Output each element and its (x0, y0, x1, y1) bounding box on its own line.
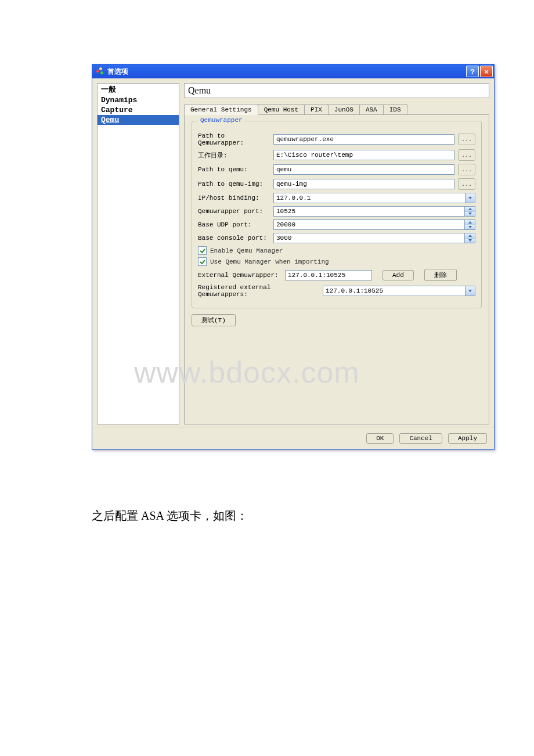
path-qemu-label: Path to qemu: (198, 166, 273, 173)
tab-pix[interactable]: PIX (304, 104, 329, 114)
workdir-input[interactable] (273, 150, 454, 160)
path-qemu-input[interactable] (273, 164, 454, 175)
preferences-dialog: www.bdocx.com 首选项 ? × 一般 Dynamips Captur… (92, 64, 495, 450)
enable-qemu-manager-label: Enable Qemu Manager (210, 247, 283, 254)
chevron-up-icon (468, 235, 472, 237)
external-qemuwrapper-label: External Qemuwrapper: (198, 272, 285, 279)
document-caption: 之后配置 ASA 选项卡，如图： (92, 508, 534, 524)
group-title: Qemuwrapper (198, 117, 245, 124)
window-title: 首选项 (107, 67, 128, 77)
qemuwrapper-group: Qemuwrapper Path to Qemuwrapper: ... 工作目… (192, 121, 482, 308)
category-sidebar: 一般 Dynamips Capture Qemu (97, 83, 179, 424)
check-icon (200, 259, 205, 265)
tab-asa[interactable]: ASA (359, 104, 384, 114)
registered-input[interactable] (323, 286, 465, 296)
close-button[interactable]: × (480, 66, 493, 77)
path-qemuwrapper-label: Path to Qemuwrapper: (198, 132, 273, 146)
baseconsole-label: Base console port: (198, 235, 273, 242)
app-icon (96, 67, 104, 75)
titlebar: 首选项 ? × (92, 64, 494, 78)
tab-qemu-host[interactable]: Qemu Host (258, 104, 305, 114)
baseudp-label: Base UDP port: (198, 221, 273, 228)
tab-ids[interactable]: IDS (383, 104, 407, 114)
ipbind-input[interactable] (273, 193, 465, 203)
registered-label: Registered external Qemuwrappers: (198, 284, 323, 298)
browse-qemuwrapper-button[interactable]: ... (458, 134, 475, 145)
use-qemu-manager-import-label: Use Qemu Manager when importing (210, 258, 329, 265)
baseudp-spinner[interactable] (465, 219, 475, 230)
path-qemuwrapper-input[interactable] (273, 134, 454, 145)
wrapperport-input[interactable] (273, 206, 465, 217)
help-button[interactable]: ? (466, 66, 479, 77)
registered-dropdown-button[interactable] (465, 286, 475, 296)
test-button-label: 测试(T) (201, 317, 226, 324)
use-qemu-manager-import-checkbox[interactable] (198, 257, 207, 266)
browse-workdir-button[interactable]: ... (458, 149, 475, 161)
browse-qemuimg-button[interactable]: ... (458, 178, 475, 190)
qemu-tabs: General Settings Qemu Host PIX JunOS ASA… (184, 104, 489, 114)
ipbind-dropdown-button[interactable] (465, 193, 475, 203)
chevron-down-icon (468, 289, 472, 293)
chevron-up-icon (468, 221, 472, 224)
sidebar-item-qemu[interactable]: Qemu (98, 115, 179, 125)
delete-button[interactable]: 删除 (424, 269, 457, 281)
baseconsole-spinner[interactable] (465, 233, 475, 243)
apply-button[interactable]: Apply (448, 433, 487, 444)
tab-general-settings[interactable]: General Settings (184, 104, 258, 115)
dialog-footer: OK Cancel Apply (92, 427, 494, 449)
general-settings-panel: Qemuwrapper Path to Qemuwrapper: ... 工作目… (184, 114, 489, 424)
check-icon (200, 248, 205, 254)
chevron-down-icon (468, 196, 472, 200)
ipbind-label: IP/host binding: (198, 195, 273, 201)
baseconsole-input[interactable] (273, 233, 465, 243)
chevron-down-icon (468, 239, 472, 242)
test-button[interactable]: 测试(T) (192, 314, 236, 326)
chevron-down-icon (468, 226, 472, 228)
wrapperport-spinner[interactable] (465, 206, 475, 217)
browse-qemu-button[interactable]: ... (458, 164, 475, 175)
sidebar-item-dynamips[interactable]: Dynamips (98, 95, 179, 105)
chevron-up-icon (468, 208, 472, 210)
page-title: Qemu (184, 83, 489, 98)
add-button[interactable]: Add (383, 270, 414, 280)
chevron-down-icon (468, 213, 472, 215)
sidebar-item-general[interactable]: 一般 (98, 84, 179, 95)
external-qemuwrapper-input[interactable] (285, 270, 372, 280)
cancel-button[interactable]: Cancel (399, 433, 442, 444)
tab-junos[interactable]: JunOS (328, 104, 360, 114)
ok-button[interactable]: OK (366, 433, 394, 444)
wrapperport-label: Qemuwrapper port: (198, 208, 273, 215)
enable-qemu-manager-checkbox[interactable] (198, 246, 207, 255)
path-qemuimg-label: Path to qemu-img: (198, 181, 273, 188)
path-qemuimg-input[interactable] (273, 179, 454, 189)
baseudp-input[interactable] (273, 219, 465, 230)
sidebar-item-capture[interactable]: Capture (98, 105, 179, 115)
workdir-label: 工作目录: (198, 151, 273, 160)
